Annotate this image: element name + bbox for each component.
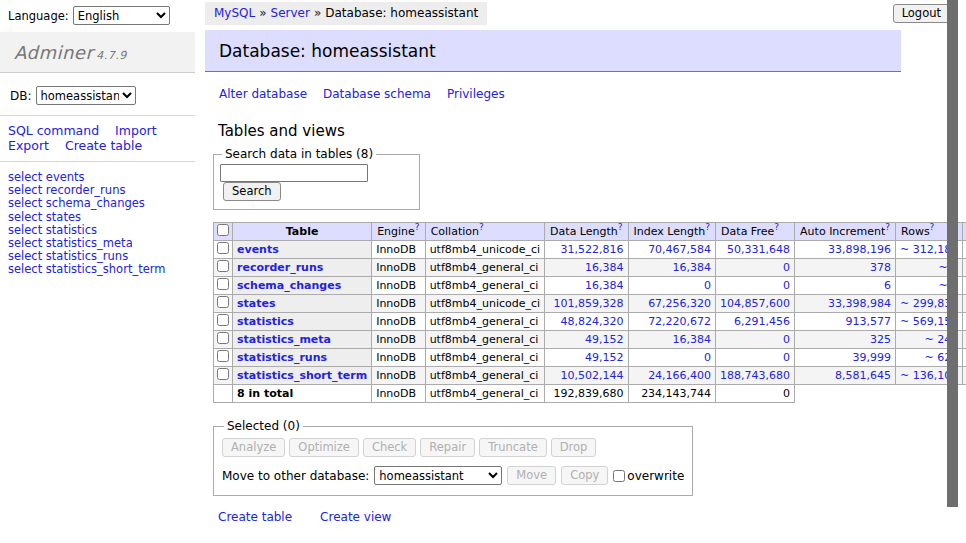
move-button[interactable]: Move xyxy=(507,466,556,485)
select-link-recorder_runs[interactable]: select xyxy=(8,183,42,197)
db-link-alter-database[interactable]: Alter database xyxy=(219,87,307,101)
sidebar-table-link-statistics_short_term[interactable]: statistics_short_term xyxy=(46,262,166,276)
index-length-link[interactable]: 70,467,584 xyxy=(648,243,711,256)
data-length-link[interactable]: 16,384 xyxy=(585,279,624,292)
search-input[interactable] xyxy=(220,164,368,182)
scrollbar-thumb[interactable] xyxy=(947,0,958,507)
auto-increment-link[interactable]: 913,577 xyxy=(846,315,892,328)
auto-increment-link[interactable]: 33,898,196 xyxy=(828,243,891,256)
sidebar-link-import[interactable]: Import xyxy=(115,123,157,138)
sidebar-table-link-statistics_meta[interactable]: statistics_meta xyxy=(46,236,133,250)
sidebar-link-export[interactable]: Export xyxy=(8,138,49,153)
adminer-version-link[interactable]: 4.7.9 xyxy=(96,49,127,62)
auto-increment-link[interactable]: 33,398,984 xyxy=(828,297,891,310)
db-select[interactable]: homeassistant xyxy=(36,86,136,105)
copy-button[interactable]: Copy xyxy=(561,466,608,485)
create-table-link[interactable]: Create table xyxy=(218,510,292,524)
select-all-checkbox[interactable] xyxy=(217,224,229,236)
help-link[interactable]: ? xyxy=(618,222,623,232)
help-link[interactable]: ? xyxy=(415,222,420,232)
table-link-statistics[interactable]: statistics xyxy=(237,315,294,328)
table-link-states[interactable]: states xyxy=(237,297,276,310)
language-select[interactable]: English xyxy=(73,6,170,25)
auto-increment-link[interactable]: 39,999 xyxy=(853,351,892,364)
overwrite-checkbox[interactable] xyxy=(613,470,625,482)
auto-increment-link[interactable]: 325 xyxy=(870,333,891,346)
auto-increment-link[interactable]: 6 xyxy=(884,279,891,292)
table-link-statistics_short_term[interactable]: statistics_short_term xyxy=(237,369,367,382)
table-link-statistics_meta[interactable]: statistics_meta xyxy=(237,333,331,346)
index-length-link[interactable]: 16,384 xyxy=(673,333,712,346)
sidebar-table-link-recorder_runs[interactable]: recorder_runs xyxy=(46,183,126,197)
optimize-button[interactable]: Optimize xyxy=(289,438,359,457)
drop-button[interactable]: Drop xyxy=(551,438,597,457)
row-checkbox-recorder_runs[interactable] xyxy=(217,260,229,272)
row-checkbox-statistics_short_term[interactable] xyxy=(217,368,229,380)
move-db-select[interactable]: homeassistant xyxy=(374,466,502,485)
data-free-link[interactable]: 0 xyxy=(783,351,790,364)
data-free-link[interactable]: 0 xyxy=(783,279,790,292)
db-link-database-schema[interactable]: Database schema xyxy=(323,87,431,101)
sidebar-link-sql-command[interactable]: SQL command xyxy=(8,123,99,138)
index-length-link[interactable]: 0 xyxy=(704,279,711,292)
table-link-statistics_runs[interactable]: statistics_runs xyxy=(237,351,327,364)
data-free-link[interactable]: 0 xyxy=(783,333,790,346)
data-free-link[interactable]: 50,331,648 xyxy=(727,243,790,256)
data-length-link[interactable]: 31,522,816 xyxy=(561,243,624,256)
sidebar-table-link-states[interactable]: states xyxy=(46,210,81,224)
help-link[interactable]: ? xyxy=(885,222,890,232)
breadcrumb-item-server[interactable]: Server xyxy=(271,6,310,20)
row-checkbox-statistics_runs[interactable] xyxy=(217,350,229,362)
scrollbar[interactable] xyxy=(947,0,958,543)
breadcrumb-item-mysql[interactable]: MySQL xyxy=(214,6,255,20)
table-link-schema_changes[interactable]: schema_changes xyxy=(237,279,341,292)
auto-increment-link[interactable]: 8,581,645 xyxy=(835,369,891,382)
help-link[interactable]: ? xyxy=(774,222,779,232)
select-link-events[interactable]: select xyxy=(8,170,42,184)
index-length-link[interactable]: 72,220,672 xyxy=(648,315,711,328)
sidebar-table-link-statistics_runs[interactable]: statistics_runs xyxy=(46,249,128,263)
data-length-link[interactable]: 49,152 xyxy=(585,333,624,346)
row-checkbox-schema_changes[interactable] xyxy=(217,278,229,290)
row-checkbox-statistics_meta[interactable] xyxy=(217,332,229,344)
sidebar-table-link-events[interactable]: events xyxy=(46,170,85,184)
table-link-events[interactable]: events xyxy=(237,243,279,256)
auto-increment-link[interactable]: 378 xyxy=(870,261,891,274)
repair-button[interactable]: Repair xyxy=(420,438,475,457)
row-checkbox-statistics[interactable] xyxy=(217,314,229,326)
data-length-link[interactable]: 10,502,144 xyxy=(561,369,624,382)
row-checkbox-states[interactable] xyxy=(217,296,229,308)
select-link-schema_changes[interactable]: select xyxy=(8,196,42,210)
select-link-statistics_runs[interactable]: select xyxy=(8,249,42,263)
index-length-link[interactable]: 0 xyxy=(704,351,711,364)
data-length-link[interactable]: 48,824,320 xyxy=(561,315,624,328)
data-length-link[interactable]: 16,384 xyxy=(585,261,624,274)
select-link-statistics_short_term[interactable]: select xyxy=(8,262,42,276)
help-link[interactable]: ? xyxy=(479,222,484,232)
index-length-link[interactable]: 67,256,320 xyxy=(648,297,711,310)
sidebar-table-link-schema_changes[interactable]: schema_changes xyxy=(46,196,145,210)
sidebar-link-create-table[interactable]: Create table xyxy=(65,138,142,153)
help-link[interactable]: ? xyxy=(705,222,710,232)
help-link[interactable]: ? xyxy=(930,222,935,232)
table-link-recorder_runs[interactable]: recorder_runs xyxy=(237,261,323,274)
logout-button[interactable]: Logout xyxy=(893,4,950,23)
index-length-link[interactable]: 24,166,400 xyxy=(648,369,711,382)
sidebar-table-link-statistics[interactable]: statistics xyxy=(46,223,97,237)
data-free-link[interactable]: 104,857,600 xyxy=(720,297,790,310)
create-view-link[interactable]: Create view xyxy=(320,510,391,524)
select-link-states[interactable]: select xyxy=(8,210,42,224)
truncate-button[interactable]: Truncate xyxy=(479,438,547,457)
data-length-link[interactable]: 49,152 xyxy=(585,351,624,364)
search-button[interactable]: Search xyxy=(223,182,281,201)
index-length-link[interactable]: 16,384 xyxy=(673,261,712,274)
data-free-link[interactable]: 6,291,456 xyxy=(734,315,790,328)
db-link-privileges[interactable]: Privileges xyxy=(447,87,505,101)
data-free-link[interactable]: 0 xyxy=(783,261,790,274)
analyze-button[interactable]: Analyze xyxy=(222,438,285,457)
row-checkbox-events[interactable] xyxy=(217,242,229,254)
check-button[interactable]: Check xyxy=(363,438,416,457)
data-length-link[interactable]: 101,859,328 xyxy=(554,297,624,310)
data-free-link[interactable]: 188,743,680 xyxy=(720,369,790,382)
select-link-statistics[interactable]: select xyxy=(8,223,42,237)
